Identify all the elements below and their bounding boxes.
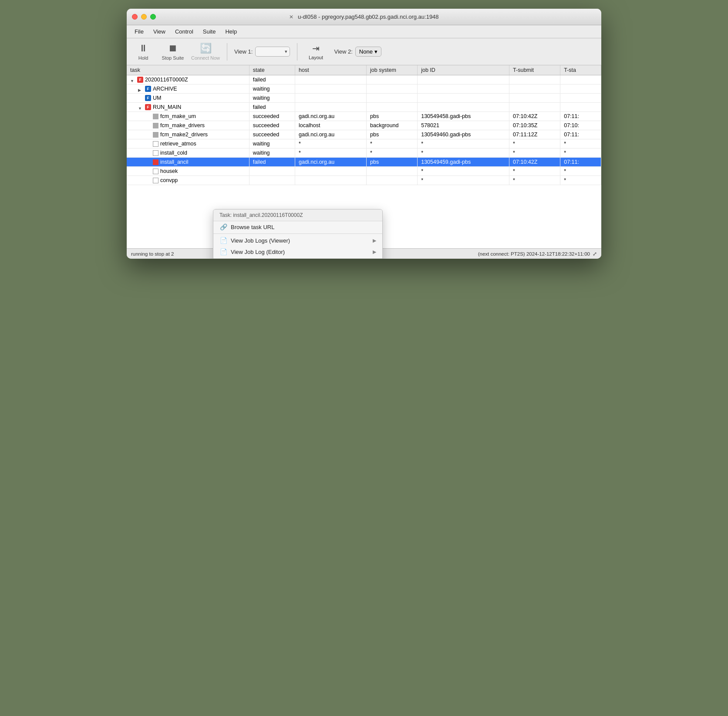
task-jobsystem: [367, 176, 418, 185]
view1-dropdown-wrap: [255, 47, 290, 57]
table-row[interactable]: FRUN_MAINfailed: [127, 103, 601, 112]
task-tsubmit: *: [509, 167, 560, 176]
none-label: None: [359, 48, 373, 55]
menu-help[interactable]: Help: [221, 27, 241, 36]
task-icon: F: [145, 104, 151, 110]
table-row[interactable]: FARCHIVEwaiting: [127, 84, 601, 94]
context-menu-item[interactable]: 📄View Job Logs (Viewer)▶: [213, 235, 382, 246]
context-menu-item[interactable]: 📄View Job Log (Editor)▶: [213, 246, 382, 257]
menu-file[interactable]: File: [130, 27, 148, 36]
task-icon: [153, 141, 158, 147]
table-row[interactable]: fcm_make_driverssucceededlocalhostbackgr…: [127, 121, 601, 130]
task-name: convpp: [160, 177, 178, 183]
view1-control: View 1:: [234, 47, 290, 57]
task-jobsystem: pbs: [367, 130, 418, 139]
table-row[interactable]: fcm_make_umsucceededgadi.nci.org.aupbs13…: [127, 112, 601, 121]
expand-triangle[interactable]: [138, 105, 142, 109]
col-state: state: [249, 65, 295, 75]
task-jobid: [418, 84, 509, 94]
table-row[interactable]: housek***: [127, 167, 601, 176]
task-host: *: [295, 149, 367, 158]
task-jobsystem: pbs: [367, 158, 418, 167]
task-icon: F: [145, 86, 151, 92]
context-menu: Task: install_ancil.20200116T0000Z🔗Brows…: [213, 209, 383, 259]
connect-label: Connect Now: [191, 55, 220, 61]
task-name: install_ancil: [160, 159, 189, 165]
maximize-button[interactable]: [150, 14, 156, 20]
expand-triangle[interactable]: [130, 78, 135, 82]
title-icon: ✕: [289, 14, 293, 20]
task-jobid: 130549458.gadi-pbs: [418, 112, 509, 121]
task-cell: fcm_make_um: [127, 112, 249, 121]
view2-dropdown[interactable]: None ▾: [355, 47, 381, 57]
task-name: fcm_make2_drivers: [160, 132, 208, 138]
traffic-lights: [132, 14, 156, 20]
context-menu-item[interactable]: 🔗Browse task URL: [213, 221, 382, 233]
task-icon: [153, 123, 158, 128]
task-name: install_cold: [160, 150, 187, 156]
view1-dropdown[interactable]: [255, 47, 290, 57]
context-menu-item-label: View Job Log (Editor): [231, 249, 369, 255]
task-state: succeeded: [249, 121, 295, 130]
layout-icon: ⇥: [312, 43, 320, 54]
expand-triangle[interactable]: [138, 87, 142, 91]
task-tsubmit: *: [509, 176, 560, 185]
dropdown-arrow-icon: ▾: [374, 48, 377, 55]
table-row[interactable]: fcm_make2_driverssucceededgadi.nci.org.a…: [127, 130, 601, 139]
menu-view[interactable]: View: [149, 27, 170, 36]
task-tstart: 07:11:: [560, 112, 601, 121]
col-host: host: [295, 65, 367, 75]
task-cell: install_ancil: [127, 158, 249, 167]
task-state: failed: [249, 103, 295, 112]
menu-suite[interactable]: Suite: [199, 27, 220, 36]
task-cell: FARCHIVE: [127, 84, 249, 94]
table-header-row: task state host job system job ID T-subm…: [127, 65, 601, 75]
task-jobsystem: [367, 103, 418, 112]
table-row[interactable]: convpp***: [127, 176, 601, 185]
table-row[interactable]: FUMwaiting: [127, 94, 601, 103]
task-cell: install_cold: [127, 149, 249, 158]
context-menu-separator: [213, 233, 382, 234]
task-cell: fcm_make2_drivers: [127, 130, 249, 139]
context-menu-header: Task: install_ancil.20200116T0000Z: [213, 209, 382, 221]
hold-button[interactable]: ⏸ Hold: [132, 43, 155, 61]
stop-suite-button[interactable]: ⏹ Stop Suite: [162, 43, 184, 61]
menu-control[interactable]: Control: [171, 27, 198, 36]
task-icon: [153, 114, 158, 119]
task-state: [249, 167, 295, 176]
task-table-body: F20200116T0000ZfailedFARCHIVEwaitingFUMw…: [127, 75, 601, 185]
task-icon: [153, 132, 158, 138]
task-tstart: *: [560, 149, 601, 158]
context-menu-item-icon: 📄: [219, 248, 227, 255]
stop-label: Stop Suite: [162, 55, 184, 61]
connect-now-button[interactable]: 🔄 Connect Now: [191, 43, 220, 61]
table-row[interactable]: install_ancilfailedgadi.nci.org.aupbs130…: [127, 158, 601, 167]
task-state: waiting: [249, 139, 295, 149]
task-jobid: [418, 103, 509, 112]
task-jobsystem: [367, 167, 418, 176]
task-tsubmit: [509, 103, 560, 112]
col-jobid: job ID: [418, 65, 509, 75]
window-title: ✕ u-dl058 - pgregory.pag548.gb02.ps.gadi…: [289, 14, 438, 20]
table-row[interactable]: retrieve_atmoswaiting*****: [127, 139, 601, 149]
task-host: *: [295, 139, 367, 149]
task-cell: housek: [127, 167, 249, 176]
expand-icon[interactable]: ⤢: [593, 251, 597, 257]
stop-icon: ⏹: [168, 43, 178, 54]
task-icon: F: [137, 77, 143, 83]
minimize-button[interactable]: [141, 14, 147, 20]
task-tsubmit: *: [509, 139, 560, 149]
view2-label: View 2:: [334, 48, 352, 55]
main-window: ✕ u-dl058 - pgregory.pag548.gb02.ps.gadi…: [127, 9, 601, 259]
layout-button[interactable]: ⇥ Layout: [304, 43, 327, 60]
task-host: localhost: [295, 121, 367, 130]
task-tsubmit: 07:10:42Z: [509, 112, 560, 121]
table-row[interactable]: install_coldwaiting*****: [127, 149, 601, 158]
layout-label: Layout: [309, 55, 323, 60]
task-host: [295, 75, 367, 84]
task-cell: retrieve_atmos: [127, 139, 249, 149]
table-row[interactable]: F20200116T0000Zfailed: [127, 75, 601, 84]
task-tstart: 07:11:: [560, 158, 601, 167]
status-right: (next connect: PT2S) 2024-12-12T18:22:32…: [478, 251, 597, 257]
close-button[interactable]: [132, 14, 138, 20]
